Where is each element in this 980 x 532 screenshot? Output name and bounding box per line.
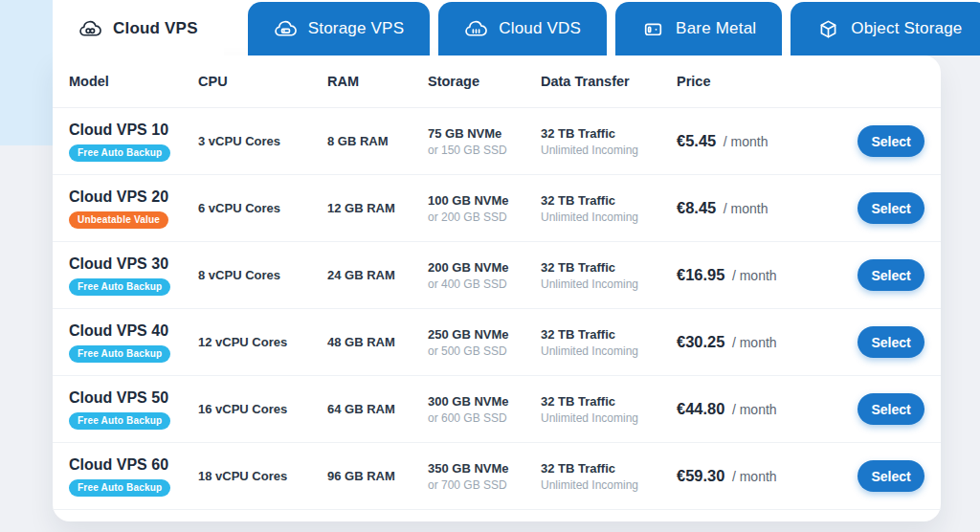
plan-name: Cloud VPS 50 bbox=[69, 389, 168, 407]
table-body: Cloud VPS 10 Free Auto Backup 3 vCPU Cor… bbox=[53, 108, 941, 510]
table-row: Cloud VPS 40 Free Auto Backup 12 vCPU Co… bbox=[53, 309, 941, 376]
plan-badge: Free Auto Backup bbox=[69, 278, 170, 296]
plan-badge: Free Auto Backup bbox=[69, 345, 170, 363]
transfer-value: 32 TB Traffic bbox=[541, 126, 677, 141]
storage-value: 250 GB NVMe bbox=[428, 327, 541, 342]
cpu-value: 8 vCPU Cores bbox=[198, 268, 327, 282]
tab-label: Cloud VPS bbox=[113, 19, 198, 38]
cpu-value: 18 vCPU Cores bbox=[198, 469, 327, 483]
ram-value: 12 GB RAM bbox=[327, 201, 428, 215]
transfer-value: 32 TB Traffic bbox=[541, 461, 677, 476]
tab-label: Cloud VDS bbox=[499, 19, 581, 38]
storage-value: 200 GB NVMe bbox=[428, 260, 541, 275]
tab-object-storage[interactable]: Object Storage bbox=[791, 2, 980, 55]
price-period: / month bbox=[724, 201, 768, 216]
column-header-cpu: CPU bbox=[198, 74, 327, 89]
storage-value: 100 GB NVMe bbox=[428, 193, 541, 208]
price-period: / month bbox=[732, 402, 777, 417]
price-value: €16.95 bbox=[677, 266, 724, 283]
table-header: Model CPU RAM Storage Data Transfer Pric… bbox=[53, 55, 941, 108]
column-header-price: Price bbox=[677, 74, 840, 89]
ram-value: 96 GB RAM bbox=[327, 469, 428, 483]
cloud-vds-icon bbox=[464, 17, 488, 41]
product-tabs: Cloud VPS Storage VPS Cloud VDS bbox=[53, 2, 980, 55]
storage-vps-icon bbox=[274, 17, 298, 41]
transfer-sub-value: Unlimited Incoming bbox=[541, 144, 677, 157]
storage-alt-value: or 700 GB SSD bbox=[428, 478, 541, 492]
plan-name: Cloud VPS 40 bbox=[69, 322, 168, 340]
transfer-value: 32 TB Traffic bbox=[541, 260, 677, 275]
ram-value: 8 GB RAM bbox=[327, 134, 428, 148]
select-button[interactable]: Select bbox=[858, 125, 924, 157]
column-header-data-transfer: Data Transfer bbox=[541, 74, 677, 89]
transfer-sub-value: Unlimited Incoming bbox=[541, 411, 677, 425]
ram-value: 48 GB RAM bbox=[327, 335, 428, 349]
price-period: / month bbox=[732, 268, 777, 283]
ram-value: 64 GB RAM bbox=[327, 402, 428, 416]
transfer-sub-value: Unlimited Incoming bbox=[541, 277, 677, 291]
cloud-vps-icon bbox=[78, 17, 102, 41]
select-button[interactable]: Select bbox=[858, 326, 924, 358]
cpu-value: 16 vCPU Cores bbox=[198, 402, 327, 416]
plan-name: Cloud VPS 20 bbox=[69, 188, 168, 206]
plan-name: Cloud VPS 10 bbox=[69, 122, 168, 139]
price-value: €30.25 bbox=[677, 333, 724, 350]
cpu-value: 12 vCPU Cores bbox=[198, 335, 327, 349]
bare-metal-icon bbox=[641, 17, 665, 41]
select-button[interactable]: Select bbox=[858, 259, 924, 291]
price-period: / month bbox=[732, 335, 777, 350]
plan-badge: Free Auto Backup bbox=[69, 479, 170, 497]
storage-alt-value: or 400 GB SSD bbox=[428, 277, 541, 291]
table-row: Cloud VPS 20 Unbeatable Value 6 vCPU Cor… bbox=[53, 175, 941, 242]
cpu-value: 3 vCPU Cores bbox=[198, 134, 327, 148]
plan-badge: Unbeatable Value bbox=[69, 211, 168, 229]
price-period: / month bbox=[724, 134, 768, 149]
tab-label: Object Storage bbox=[851, 19, 962, 38]
plan-badge: Free Auto Backup bbox=[69, 144, 170, 162]
left-accent-rect bbox=[0, 0, 53, 145]
storage-alt-value: or 200 GB SSD bbox=[428, 211, 541, 224]
tab-cloud-vds[interactable]: Cloud VDS bbox=[438, 2, 607, 55]
plan-badge: Free Auto Backup bbox=[69, 412, 170, 430]
transfer-sub-value: Unlimited Incoming bbox=[541, 344, 677, 358]
transfer-value: 32 TB Traffic bbox=[541, 193, 677, 208]
select-button[interactable]: Select bbox=[858, 393, 924, 425]
storage-value: 350 GB NVMe bbox=[428, 461, 541, 476]
transfer-sub-value: Unlimited Incoming bbox=[541, 478, 677, 492]
ram-value: 24 GB RAM bbox=[327, 268, 428, 282]
select-button[interactable]: Select bbox=[858, 460, 924, 492]
storage-alt-value: or 600 GB SSD bbox=[428, 411, 541, 425]
tab-storage-vps[interactable]: Storage VPS bbox=[248, 2, 430, 55]
tab-cloud-vps[interactable]: Cloud VPS bbox=[53, 2, 224, 55]
storage-value: 75 GB NVMe bbox=[428, 126, 541, 141]
object-storage-icon bbox=[816, 17, 840, 41]
table-row: Cloud VPS 50 Free Auto Backup 16 vCPU Co… bbox=[53, 376, 941, 443]
plan-name: Cloud VPS 30 bbox=[69, 255, 168, 273]
column-header-model: Model bbox=[69, 74, 198, 89]
pricing-page: Cloud VPS Storage VPS Cloud VDS bbox=[0, 0, 980, 532]
table-row: Cloud VPS 10 Free Auto Backup 3 vCPU Cor… bbox=[53, 108, 941, 175]
column-header-storage: Storage bbox=[428, 74, 541, 89]
price-value: €44.80 bbox=[677, 400, 724, 417]
tab-label: Storage VPS bbox=[308, 19, 404, 38]
table-row: Cloud VPS 30 Free Auto Backup 8 vCPU Cor… bbox=[53, 242, 941, 309]
table-row: Cloud VPS 60 Free Auto Backup 18 vCPU Co… bbox=[53, 443, 941, 510]
price-value: €59.30 bbox=[677, 467, 724, 484]
tab-bare-metal[interactable]: Bare Metal bbox=[615, 2, 782, 55]
storage-alt-value: or 150 GB SSD bbox=[428, 144, 541, 157]
pricing-card: Model CPU RAM Storage Data Transfer Pric… bbox=[53, 55, 941, 521]
cpu-value: 6 vCPU Cores bbox=[198, 201, 327, 215]
column-header-ram: RAM bbox=[327, 74, 428, 89]
price-period: / month bbox=[732, 469, 777, 484]
transfer-value: 32 TB Traffic bbox=[541, 327, 677, 342]
price-value: €5.45 bbox=[677, 132, 716, 149]
transfer-sub-value: Unlimited Incoming bbox=[541, 211, 677, 224]
transfer-value: 32 TB Traffic bbox=[541, 394, 677, 409]
plan-name: Cloud VPS 60 bbox=[69, 456, 168, 474]
tab-label: Bare Metal bbox=[676, 19, 756, 38]
storage-value: 300 GB NVMe bbox=[428, 394, 541, 409]
select-button[interactable]: Select bbox=[858, 192, 924, 224]
price-value: €8.45 bbox=[677, 199, 716, 216]
storage-alt-value: or 500 GB SSD bbox=[428, 344, 541, 358]
